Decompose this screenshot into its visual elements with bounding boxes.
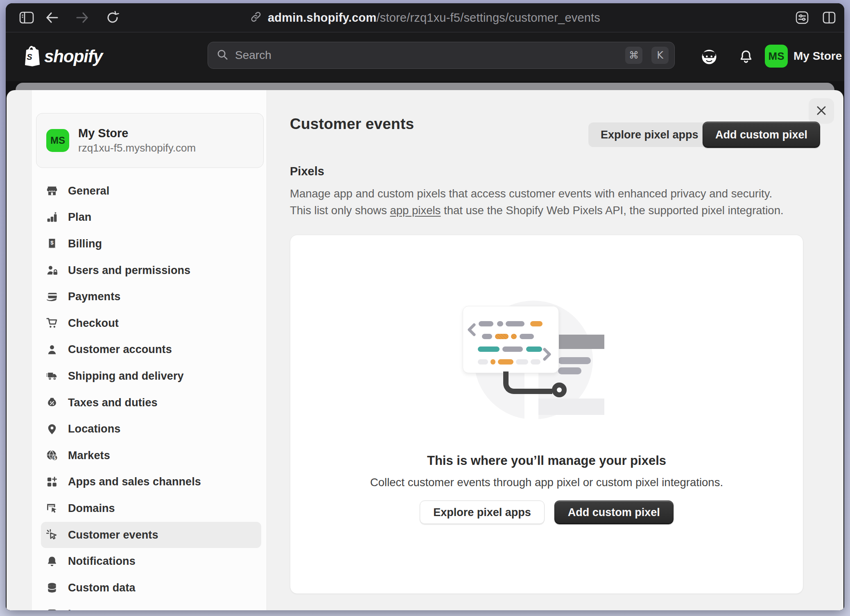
svg-text:$: $	[50, 240, 54, 246]
shopify-bag-icon: S	[21, 45, 40, 68]
sidebar-item-general[interactable]: General	[41, 178, 261, 204]
pixels-empty-card: This is where you’ll manage your pixels …	[290, 235, 803, 594]
address-bar[interactable]: admin.shopify.com/store/rzq1xu-f5/settin…	[6, 3, 844, 32]
sidebar-item-markets[interactable]: $ Markets	[41, 442, 261, 469]
bell-icon	[46, 555, 58, 568]
add-custom-pixel-button-card[interactable]: Add custom pixel	[554, 500, 674, 524]
store-avatar: MS	[46, 129, 69, 152]
apps-grid-icon	[46, 476, 58, 488]
empty-state-subtitle: Collect customer events through app pixe…	[290, 476, 803, 489]
cmd-keycap: ⌘	[625, 47, 642, 64]
browser-window: admin.shopify.com/store/rzq1xu-f5/settin…	[6, 3, 844, 610]
description-line-2: This list only shows app pixels that use…	[290, 202, 784, 219]
sidebar-item-locations[interactable]: Locations	[41, 416, 261, 442]
page-title: Customer events	[290, 116, 414, 133]
settings-sidebar: MS My Store rzq1xu-f5.myshopify.com Gene…	[32, 90, 267, 610]
cursor-spark-icon	[46, 529, 58, 541]
illustration-text-line	[558, 367, 581, 374]
globe-dollar-icon: $	[46, 449, 58, 462]
pixels-section-description: Manage app and custom pixels that access…	[290, 185, 784, 219]
money-bag-icon	[46, 396, 58, 409]
search-input[interactable]	[234, 48, 616, 62]
illustration-content-block	[538, 399, 604, 415]
chevron-right-icon	[542, 347, 552, 361]
store-domain: rzq1xu-f5.myshopify.com	[78, 141, 196, 155]
illustration-text-line	[558, 357, 591, 364]
notifications-bell-icon[interactable]	[735, 46, 757, 68]
shopify-topbar: S shopify ⌘ K	[6, 32, 844, 81]
sidebar-item-plan[interactable]: Plan	[41, 204, 261, 231]
app-pixels-link[interactable]: app pixels	[390, 204, 441, 217]
assistant-avatar-icon[interactable]	[699, 46, 720, 68]
map-pin-icon	[46, 423, 58, 435]
illustration-code-card	[463, 306, 559, 373]
truck-icon	[46, 370, 58, 382]
store-info: My Store rzq1xu-f5.myshopify.com	[78, 126, 196, 155]
shopify-wordmark: shopify	[44, 47, 102, 66]
close-settings-button[interactable]	[809, 98, 834, 124]
translate-icon: A	[46, 608, 58, 610]
sidebar-item-languages[interactable]: A Languages	[41, 601, 261, 611]
close-icon	[815, 104, 827, 118]
search-icon	[216, 48, 228, 62]
svg-text:$: $	[53, 455, 56, 460]
explore-pixel-apps-button-card[interactable]: Explore pixel apps	[420, 500, 545, 524]
sidebar-item-apps-and-sales-channels[interactable]: Apps and sales channels	[41, 469, 261, 496]
url-path: /store/rzq1xu-f5/settings/customer_event…	[376, 11, 600, 24]
sidebar-item-shipping-and-delivery[interactable]: Shipping and delivery	[41, 363, 261, 390]
sidebar-item-taxes-and-duties[interactable]: Taxes and duties	[41, 390, 261, 416]
search-bar[interactable]: ⌘ K	[208, 42, 675, 69]
empty-state-title: This is where you’ll manage your pixels	[290, 453, 803, 468]
users-icon	[46, 264, 58, 276]
split-view-icon[interactable]	[820, 8, 839, 27]
sidebar-item-customer-events[interactable]: Customer events	[41, 522, 261, 548]
sidebar-item-customer-accounts[interactable]: Customer accounts	[41, 337, 261, 363]
browser-toolbar: admin.shopify.com/store/rzq1xu-f5/settin…	[6, 3, 844, 32]
sidebar-item-notifications[interactable]: Notifications	[41, 548, 261, 575]
settings-modal: MS My Store rzq1xu-f5.myshopify.com Gene…	[7, 90, 843, 610]
person-icon	[46, 344, 58, 356]
explore-pixel-apps-button[interactable]: Explore pixel apps	[588, 122, 711, 147]
illustration-connector-line	[503, 371, 552, 394]
sidebar-item-billing[interactable]: $ Billing	[41, 231, 261, 257]
payments-icon	[46, 291, 58, 303]
screen: admin.shopify.com/store/rzq1xu-f5/settin…	[0, 0, 850, 616]
billing-icon: $	[46, 238, 58, 250]
pixels-illustration	[451, 297, 615, 424]
sidebar-item-custom-data[interactable]: Custom data	[41, 575, 261, 601]
svg-text:S: S	[27, 52, 32, 61]
description-line-2-before: This list only shows	[290, 204, 390, 217]
account-name[interactable]: My Store	[793, 45, 842, 68]
window-cursor-icon	[46, 502, 58, 514]
pixels-section-heading: Pixels	[290, 165, 324, 178]
sidebar-nav: General Plan $ Billing Users and permiss…	[32, 178, 267, 610]
page-backdrop: MS My Store rzq1xu-f5.myshopify.com Gene…	[6, 81, 844, 610]
store-card[interactable]: MS My Store rzq1xu-f5.myshopify.com	[36, 113, 264, 168]
database-icon	[46, 582, 58, 594]
sidebar-item-checkout[interactable]: Checkout	[41, 310, 261, 337]
link-icon	[250, 11, 262, 25]
browser-extensions-icon[interactable]	[793, 8, 812, 27]
k-keycap: K	[651, 47, 669, 64]
url-text: admin.shopify.com/store/rzq1xu-f5/settin…	[268, 11, 600, 25]
url-host: admin.shopify.com	[268, 11, 377, 24]
chevron-left-icon	[466, 323, 477, 337]
description-line-2-after: that use the Shopify Web Pixels API, the…	[441, 204, 783, 217]
cart-icon	[46, 317, 58, 329]
sidebar-item-payments[interactable]: Payments	[41, 283, 261, 310]
shopify-logo: S shopify	[21, 43, 102, 70]
plan-icon	[46, 211, 58, 224]
sidebar-item-users-and-permissions[interactable]: Users and permissions	[41, 257, 261, 284]
add-custom-pixel-button[interactable]: Add custom pixel	[703, 122, 820, 148]
account-avatar[interactable]: MS	[765, 45, 788, 68]
illustration-node	[552, 383, 567, 397]
description-line-1: Manage app and custom pixels that access…	[290, 185, 784, 202]
empty-state-actions: Explore pixel apps Add custom pixel	[290, 500, 803, 524]
store-icon	[46, 185, 58, 197]
sidebar-item-domains[interactable]: Domains	[41, 495, 261, 522]
store-name: My Store	[78, 126, 196, 140]
